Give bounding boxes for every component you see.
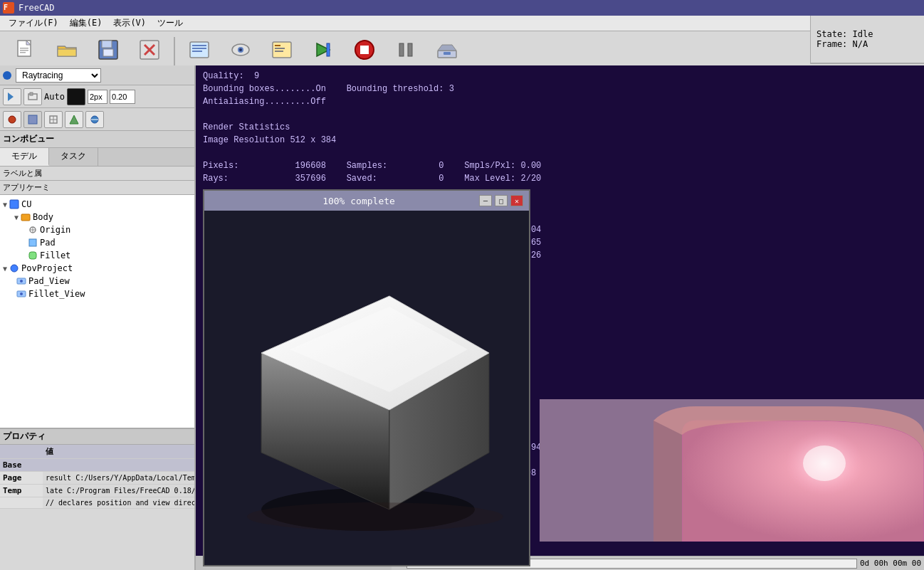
menu-file[interactable]: ファイル(F) [3,16,64,31]
queue-icon [187,37,212,63]
small-icon-5[interactable] [85,111,104,128]
svg-rect-28 [408,43,412,56]
tab-task[interactable]: タスク [49,148,98,166]
pause-icon [393,37,419,63]
tree-item-cu[interactable]: ▼ CU [3,198,191,211]
pov-line-7: Pixels: 196608 Samples: 0 Smpls/Pxl: 0.0… [203,159,917,172]
svg-rect-19 [273,42,291,58]
render-window: 100% complete ─ □ ✕ [203,189,530,566]
new-icon [13,37,38,63]
svg-point-51 [20,280,23,283]
tree-label-cu: CU [21,199,31,209]
tree-label-pad: Pad [40,238,56,248]
svg-rect-13 [192,45,206,46]
tree-icon-pad [28,238,38,248]
tree-icon-cu [9,199,19,209]
svg-point-18 [239,48,242,51]
svg-rect-2 [20,48,28,49]
render-title-bar: 100% complete ─ □ ✕ [204,191,529,211]
tree-arrow-pov: ▼ [3,265,7,273]
svg-marker-31 [8,93,14,101]
svg-rect-33 [30,93,33,95]
svg-rect-7 [102,41,112,48]
prop-row-temp: Temp late C:/Program Files/FreeCAD 0.18/… [0,485,194,497]
svg-rect-21 [275,48,285,49]
svg-rect-42 [10,200,19,209]
small-btn-2[interactable] [23,88,42,105]
menu-edit[interactable]: 編集(E) [64,16,108,31]
properties-panel: プロパティ 値 Base Page result C:/Users/Y/AppD… [0,428,194,570]
px-input[interactable] [88,90,107,104]
svg-rect-4 [20,52,26,53]
tree-arrow-body: ▼ [14,213,19,221]
tree-label-padview: Pad_View [28,276,70,286]
svg-rect-8 [103,49,113,56]
val-input[interactable] [110,90,135,104]
state-label: State: Idle [817,29,918,39]
pov-line-1: Bounding boxes........On Bounding thresh… [203,83,917,95]
tree-item-origin[interactable]: Origin [3,223,191,236]
svg-rect-27 [399,43,404,56]
tree-item-fillet[interactable]: Fillet [3,249,191,262]
render-title-text: 100% complete [238,196,479,206]
tree-item-padview[interactable]: Pad_View [3,275,191,287]
frame-label: Frame: N/A [817,39,918,49]
svg-rect-24 [327,43,330,56]
svg-point-34 [9,116,16,123]
maximize-button[interactable]: □ [495,195,508,206]
svg-rect-12 [190,42,209,58]
render-scene-svg [204,211,529,565]
pov-line-3 [203,108,917,121]
tree-label-origin: Origin [40,225,70,235]
small-btn-1[interactable] [3,88,21,105]
prop-row-base: Base [0,459,194,472]
svg-rect-48 [29,252,36,259]
tab-model[interactable]: モデル [0,148,49,166]
time-label: 0d 00h 00m 00 [860,559,921,568]
tree-icon-fillet [28,250,38,260]
svg-rect-14 [192,48,206,49]
left-sidebar: Raytracing Auto コンポビュー [0,65,196,570]
raytracing-select[interactable]: Raytracing [16,68,101,83]
tree-item-povproject[interactable]: ▼ PovProject [3,262,191,275]
tree-icon-origin [28,225,38,235]
tree-icon-filletview [16,289,26,299]
tray-icon [434,37,460,63]
minimize-button[interactable]: ─ [479,195,492,206]
small-icon-2[interactable] [23,111,42,128]
small-icon-4[interactable] [65,111,83,128]
tabs-bar: モデル タスク [0,148,194,167]
svg-rect-3 [20,50,28,51]
tree-item-body[interactable]: ▼ Body [3,211,191,223]
tree-label-fillet: Fillet [40,250,70,260]
close-icon [137,37,162,63]
tree-icon-body [21,212,31,222]
tree-item-pad[interactable]: Pad [3,236,191,249]
color-btn[interactable] [67,88,85,105]
render-window-buttons: ─ □ ✕ [479,195,523,206]
pov-line-8: Rays: 357696 Saved: 0 Max Level: 2/20 [203,172,917,185]
sphere-btn[interactable] [3,111,21,128]
tree-label-filletview: Fillet_View [28,289,85,299]
tree-arrow-cu: ▼ [3,201,7,209]
svg-rect-15 [192,51,202,52]
tree-icon-padview [16,276,26,286]
save-icon [95,37,121,63]
stop-icon [352,37,377,63]
tree-item-filletview[interactable]: Fillet_View [3,287,191,300]
labels-section: ラベルと属 [0,167,194,181]
raytracing-bar: Raytracing [0,65,194,85]
menu-tools[interactable]: ツール [152,16,189,31]
title-bar: F FreeCAD [0,0,924,16]
small-icon-3[interactable] [44,111,63,128]
title-bar-text: FreeCAD [19,3,55,13]
svg-rect-20 [275,45,280,46]
tree-panel: ▼ CU ▼ Body Origin Pad [0,195,194,428]
viewport-svg [540,399,924,542]
render-close-button[interactable]: ✕ [510,195,523,206]
hide-icon [228,37,253,63]
menu-bar: ファイル(F) 編集(E) 表示(V) ツール [0,16,924,31]
menu-view[interactable]: 表示(V) [107,16,152,31]
open-icon [54,37,80,63]
svg-marker-39 [70,115,78,124]
